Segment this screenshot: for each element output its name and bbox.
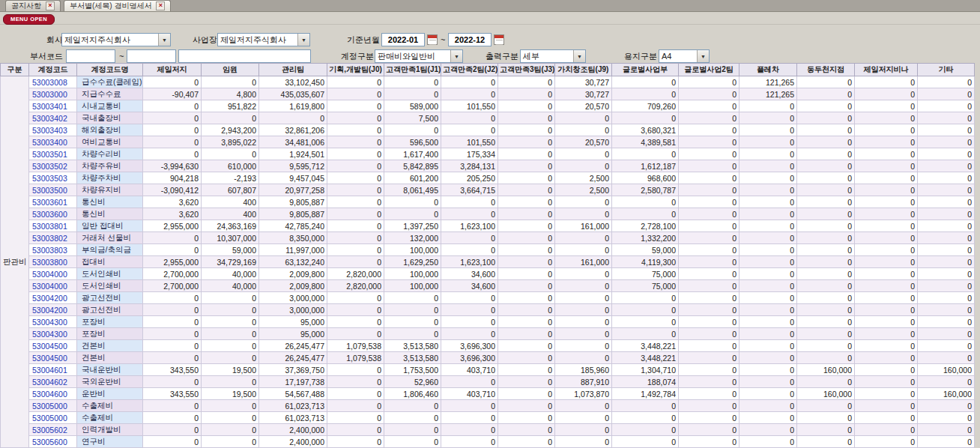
- table-row[interactable]: 53003402국내출장비00007,500000000000: [1, 112, 975, 124]
- amount-cell: 0: [739, 376, 797, 388]
- amount-cell: 0: [498, 112, 555, 124]
- amount-cell: 3,664,715: [441, 184, 498, 196]
- table-row[interactable]: 53004602국외운반비0017,197,738052,96000887,91…: [1, 376, 975, 388]
- table-row[interactable]: 53003803부의금/축의금059,00011,997,0000100,000…: [1, 244, 975, 256]
- amount-cell: 0: [327, 424, 384, 436]
- account-name-cell: 국내출장비: [77, 112, 143, 124]
- amount-cell: 0: [327, 76, 384, 88]
- period-to-input[interactable]: [448, 33, 491, 46]
- amount-cell: 0: [555, 340, 612, 352]
- account-name-cell: 도서인쇄비: [77, 280, 143, 292]
- amount-cell: 0: [498, 256, 555, 268]
- amount-cell: 0: [327, 376, 384, 388]
- table-row[interactable]: 53003802거래처 선물비010,307,0008,350,0000132,…: [1, 232, 975, 244]
- dept-name-field[interactable]: [178, 49, 311, 63]
- table-row[interactable]: 53004500견본비0026,245,4771,079,5383,513,58…: [1, 352, 975, 364]
- table-row[interactable]: 53005602인력개발비002,400,00000000000000: [1, 424, 975, 436]
- paper-type-select[interactable]: A4 ▼: [659, 49, 710, 63]
- amount-cell: 0: [327, 244, 384, 256]
- output-type-select[interactable]: 세부 ▼: [520, 49, 586, 63]
- amount-cell: 160,000: [918, 388, 975, 400]
- amount-cell: 3,448,221: [612, 340, 679, 352]
- table-row[interactable]: 53004000도서인쇄비2,700,00040,0002,009,8002,8…: [1, 268, 975, 280]
- amount-cell: 0: [143, 148, 202, 160]
- calendar-icon[interactable]: [494, 34, 504, 45]
- amount-cell: -3,994,630: [143, 160, 202, 172]
- table-row[interactable]: 53003501차량수리비001,924,50101,617,400175,33…: [1, 148, 975, 160]
- table-row[interactable]: 53005000수출제비0061,023,71300000000000: [1, 400, 975, 412]
- table-row[interactable]: 53004600운반비343,55019,50054,567,48801,806…: [1, 388, 975, 400]
- table-row[interactable]: 53003800접대비2,955,00034,729,16963,132,240…: [1, 256, 975, 268]
- account-code-cell: 53005600: [29, 436, 77, 448]
- amount-cell: 0: [555, 268, 612, 280]
- dept-code-label: 부서코드: [30, 50, 63, 63]
- amount-cell: 0: [143, 112, 202, 124]
- amount-cell: 3,448,221: [612, 352, 679, 364]
- column-header: 구분: [1, 64, 29, 76]
- amount-cell: 0: [612, 328, 679, 340]
- amount-cell: 121,265: [739, 76, 797, 88]
- dept-code-from-input[interactable]: [66, 49, 115, 63]
- table-row[interactable]: 53004601국내운반비343,55019,50037,369,75001,7…: [1, 364, 975, 376]
- amount-cell: 0: [498, 124, 555, 136]
- table-row[interactable]: 53003000지급수수료-90,4074,800435,035,6070000…: [1, 88, 975, 100]
- menu-open-button[interactable]: MENU OPEN: [3, 14, 55, 25]
- amount-cell: 0: [498, 208, 555, 220]
- amount-cell: 0: [384, 412, 441, 424]
- tab-notice[interactable]: 공지사항 ×: [5, 0, 61, 11]
- site-select[interactable]: 제일저지주식회사 ▼: [217, 33, 310, 46]
- table-row[interactable]: 53003801일반 접대비2,955,00024,363,16942,785,…: [1, 220, 975, 232]
- calendar-icon[interactable]: [427, 34, 438, 45]
- amount-cell: 0: [143, 352, 202, 364]
- amount-cell: 0: [679, 400, 739, 412]
- amount-cell: 0: [441, 196, 498, 208]
- amount-cell: 1,492,784: [612, 388, 679, 400]
- table-row[interactable]: 53003401시내교통비0951,8221,619,8000589,00010…: [1, 100, 975, 112]
- table-row[interactable]: 53003502차량주유비-3,994,630610,0009,595,7120…: [1, 160, 975, 172]
- table-row[interactable]: 53003601통신비3,6204009,805,88700000000000: [1, 196, 975, 208]
- table-row[interactable]: 53003600통신비3,6204009,805,88700000000000: [1, 208, 975, 220]
- table-row[interactable]: 53005600연구비002,400,00000000000000: [1, 436, 975, 448]
- amount-cell: 3,696,300: [441, 340, 498, 352]
- amount-cell: 0: [797, 112, 855, 124]
- tab-close-icon[interactable]: ×: [46, 1, 55, 10]
- column-header: 제일저지: [143, 64, 202, 76]
- amount-cell: 0: [555, 316, 612, 328]
- account-name-cell: 접대비: [77, 256, 143, 268]
- table-row[interactable]: 판관비53003008급수수료(클레임)0033,102,450000030,7…: [1, 76, 975, 88]
- amount-cell: 0: [797, 352, 855, 364]
- amount-cell: 132,000: [384, 232, 441, 244]
- account-code-cell: 53003503: [29, 172, 77, 184]
- table-row[interactable]: 53003400여비교통비03,895,02234,481,0060596,50…: [1, 136, 975, 148]
- table-row[interactable]: 53004300포장비0095,00000000000000: [1, 316, 975, 328]
- column-header: 계정코드: [29, 64, 77, 76]
- account-code-cell: 53004200: [29, 292, 77, 304]
- company-select[interactable]: 제일저지주식회사 ▼: [61, 33, 171, 46]
- table-row[interactable]: 53003500차량유지비-3,090,412607,80720,977,258…: [1, 184, 975, 196]
- table-row[interactable]: 53004300포장비0095,00000000000000: [1, 328, 975, 340]
- amount-cell: 0: [143, 76, 202, 88]
- amount-cell: 0: [797, 424, 855, 436]
- amount-cell: 0: [797, 328, 855, 340]
- table-row[interactable]: 53004500견본비0026,245,4771,079,5383,513,58…: [1, 340, 975, 352]
- amount-cell: 0: [498, 100, 555, 112]
- account-name-cell: 국내운반비: [77, 364, 143, 376]
- account-type-select[interactable]: 판매비와일반비 ▼: [375, 49, 463, 63]
- table-row[interactable]: 53005000수출제비0061,023,71300000000000: [1, 412, 975, 424]
- table-row[interactable]: 53004200광고선전비003,000,00000000000000: [1, 304, 975, 316]
- amount-cell: 0: [679, 436, 739, 448]
- amount-cell: 1,079,538: [327, 352, 384, 364]
- table-row[interactable]: 53004000도서인쇄비2,700,00040,0002,009,8002,8…: [1, 280, 975, 292]
- tab-expense-report[interactable]: 부서별(세목) 경비명세서 ×: [64, 0, 171, 11]
- table-row[interactable]: 53004200광고선전비003,000,00000000000000: [1, 292, 975, 304]
- period-from-input[interactable]: [381, 33, 425, 46]
- tab-close-icon[interactable]: ×: [156, 1, 165, 10]
- account-name-cell: 견본비: [77, 340, 143, 352]
- amount-cell: 0: [143, 232, 202, 244]
- amount-cell: 0: [555, 424, 612, 436]
- table-row[interactable]: 53003403해외출장비02,943,20032,861,206000003,…: [1, 124, 975, 136]
- amount-cell: 0: [441, 304, 498, 316]
- dept-code-to-input[interactable]: [127, 49, 176, 63]
- account-code-cell: 53003000: [29, 88, 77, 100]
- table-row[interactable]: 53003503차량주차비904,218-2,1939,457,0450601,…: [1, 172, 975, 184]
